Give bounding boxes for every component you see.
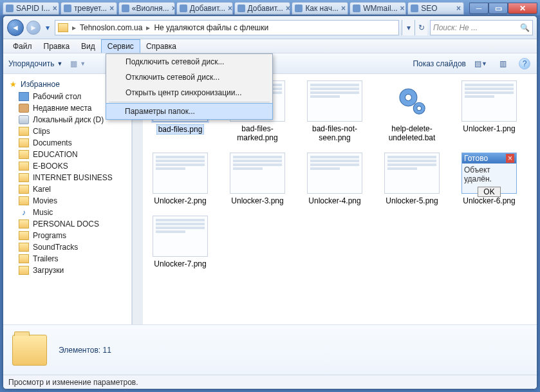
tab-label: «Виолня... xyxy=(132,4,169,13)
nav-history-dropdown[interactable]: ▾ xyxy=(43,23,52,32)
close-icon[interactable]: × xyxy=(109,4,114,13)
svg-point-3 xyxy=(417,106,422,111)
breadcrumb[interactable]: ▸ Tehnoslon.com.ua ▸ Не удаляются файлы … xyxy=(55,20,399,35)
breadcrumb-dropdown[interactable]: ▾ xyxy=(402,20,414,35)
help-button[interactable]: ? xyxy=(517,57,532,70)
sidebar-item[interactable]: E-BOOKS xyxy=(3,160,131,172)
sidebar-item[interactable]: EDUCATION xyxy=(3,149,131,160)
file-item[interactable]: help-delete-undeleted.bat xyxy=(380,80,444,142)
file-thumbnail xyxy=(461,80,517,122)
close-icon[interactable]: × xyxy=(286,4,290,13)
folder-icon xyxy=(19,150,29,159)
menu-tools[interactable]: Сервис xyxy=(101,39,140,53)
sidebar-item[interactable]: Trailers xyxy=(3,253,131,265)
file-item[interactable]: Unlocker-1.png xyxy=(457,80,521,142)
browser-tab[interactable]: Добавит...× xyxy=(234,2,291,15)
sidebar-item[interactable]: Clips xyxy=(3,126,131,137)
sidebar-item-label: Documents xyxy=(33,138,72,147)
menu-unmap-drive[interactable]: Отключить сетевой диск... xyxy=(106,70,272,85)
file-item[interactable]: Unlocker-2.png xyxy=(148,153,212,205)
sidebar-item[interactable]: Karel xyxy=(3,183,131,195)
breadcrumb-segment[interactable]: Tehnoslon.com.ua xyxy=(80,23,142,32)
sidebar-item[interactable]: INTERNET BUSINESS xyxy=(3,172,131,183)
browser-tab[interactable]: «Виолня...× xyxy=(118,2,175,15)
close-icon[interactable]: × xyxy=(341,4,346,13)
file-name: Unlocker-2.png xyxy=(154,196,206,205)
folder-icon xyxy=(19,219,29,229)
sidebar-item[interactable]: PERSONAL DOCS xyxy=(3,218,131,230)
search-input[interactable]: Поиск: Не ... 🔍 xyxy=(430,20,533,35)
music-icon: ♪ xyxy=(19,208,29,217)
browser-tab[interactable]: тревует...× xyxy=(61,2,117,15)
sidebar-item[interactable]: Programs xyxy=(3,230,131,241)
file-name: Unlocker-4.png xyxy=(308,196,360,205)
maximize-button[interactable]: ▭ xyxy=(489,3,508,14)
close-icon[interactable]: × xyxy=(172,4,175,13)
folder-icon xyxy=(19,231,29,240)
file-name: Unlocker-7.png xyxy=(154,259,206,268)
sidebar-item[interactable]: Documents xyxy=(3,137,131,149)
folder-icon xyxy=(19,243,29,252)
favicon xyxy=(295,5,303,12)
browser-tab[interactable]: SEO× xyxy=(407,2,464,15)
sidebar-item-label: Movies xyxy=(33,196,57,205)
file-item[interactable]: Готово×Объект удалён.OKUnlocker-6.png xyxy=(457,153,521,205)
browser-tab[interactable]: Добавит...× xyxy=(176,2,233,15)
close-icon[interactable]: × xyxy=(53,4,57,13)
sidebar-item[interactable]: Загрузки xyxy=(3,265,131,276)
menu-view[interactable]: Вид xyxy=(75,39,101,53)
favicon xyxy=(237,5,245,12)
menu-map-drive[interactable]: Подключить сетевой диск... xyxy=(106,54,272,70)
file-name: bad-files-not-seen.png xyxy=(303,124,367,142)
favicon xyxy=(411,5,418,12)
sidebar-item[interactable]: ♪Music xyxy=(3,207,131,218)
file-item[interactable]: Unlocker-3.png xyxy=(225,153,290,205)
menu-edit[interactable]: Правка xyxy=(38,39,76,53)
preview-pane-button[interactable]: ▥ xyxy=(496,57,510,70)
browser-tab[interactable]: SAPID I...× xyxy=(3,2,59,15)
sidebar-item[interactable]: Movies xyxy=(3,195,131,207)
file-item[interactable]: Unlocker-7.png xyxy=(148,216,212,268)
browser-tab[interactable]: WMmail...× xyxy=(349,2,406,15)
close-icon[interactable]: × xyxy=(228,4,232,13)
nav-forward-button[interactable]: ► xyxy=(26,21,41,35)
folder-icon xyxy=(12,335,47,366)
svg-point-1 xyxy=(405,94,411,100)
nav-back-button[interactable]: ◄ xyxy=(7,19,24,36)
menu-folder-options[interactable]: Параметры папок... xyxy=(106,103,273,120)
tab-label: тревует... xyxy=(74,4,107,13)
sidebar-item-label: Karel xyxy=(33,185,51,194)
menu-file[interactable]: Файл xyxy=(7,39,38,53)
close-icon[interactable]: × xyxy=(400,4,405,13)
minimize-button[interactable]: ─ xyxy=(469,3,489,14)
slideshow-button[interactable]: Показ слайдов xyxy=(413,59,466,68)
favicon xyxy=(64,5,71,12)
organize-button[interactable]: Упорядочить ▼ xyxy=(8,59,62,68)
file-item[interactable]: Unlocker-5.png xyxy=(380,153,444,205)
tab-label: Добавит... xyxy=(190,4,225,13)
sidebar-item-label: Загрузки xyxy=(33,266,64,275)
window-close-button[interactable]: ✕ xyxy=(508,3,537,14)
folder-icon xyxy=(19,196,29,205)
tab-label: Добавит... xyxy=(248,4,283,13)
window-controls: ─ ▭ ✕ xyxy=(469,3,537,14)
tools-menu-dropdown: Подключить сетевой диск... Отключить сет… xyxy=(106,53,273,120)
search-placeholder: Поиск: Не ... xyxy=(433,23,478,32)
disk-icon xyxy=(19,115,29,124)
sidebar-item-label: INTERNET BUSINESS xyxy=(33,173,113,182)
include-library-button[interactable]: ▦ ▼ xyxy=(70,59,86,68)
breadcrumb-segment[interactable]: Не удаляются файлы с флешки xyxy=(154,23,268,32)
sidebar-item[interactable]: SoundTracks xyxy=(3,241,131,253)
menu-help[interactable]: Справка xyxy=(140,39,182,53)
browser-tab[interactable]: Как нач...× xyxy=(292,2,348,15)
folder-icon xyxy=(19,185,29,194)
file-thumbnail: Готово×Объект удалён.OK xyxy=(461,153,517,194)
view-mode-button[interactable]: ▤ ▼ xyxy=(474,57,488,70)
menu-sync-center[interactable]: Открыть центр синхронизации... xyxy=(106,85,272,100)
refresh-button[interactable]: ↻ xyxy=(414,20,427,35)
status-bar: Просмотр и изменение параметров. xyxy=(3,375,537,389)
file-item[interactable]: bad-files-not-seen.png xyxy=(303,80,367,142)
menu-separator xyxy=(109,102,270,102)
file-item[interactable]: Unlocker-4.png xyxy=(303,153,367,205)
close-icon[interactable]: × xyxy=(456,4,461,13)
